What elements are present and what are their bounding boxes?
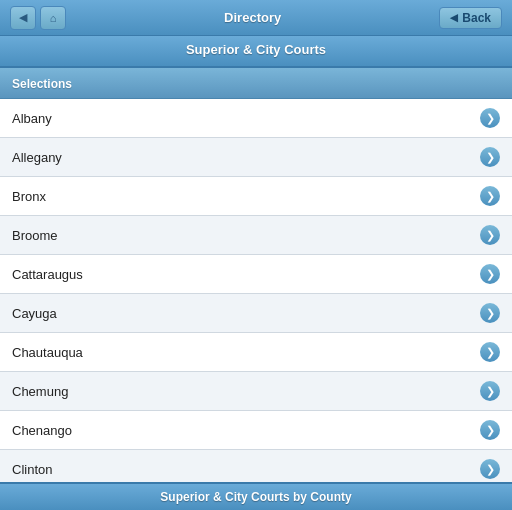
list-item[interactable]: Cayuga❯ (0, 294, 512, 333)
list-item-arrow-icon: ❯ (480, 225, 500, 245)
list-item-label: Chautauqua (12, 345, 83, 360)
back-button-label: Back (462, 11, 491, 25)
list-item-label: Cayuga (12, 306, 57, 321)
list-item-label: Chenango (12, 423, 72, 438)
page-subtitle: Superior & City Courts (186, 42, 326, 57)
list-item-arrow-icon: ❯ (480, 186, 500, 206)
list-item[interactable]: Allegany❯ (0, 138, 512, 177)
back-button[interactable]: ◀ Back (439, 7, 502, 29)
footer-label: Superior & City Courts by County (160, 490, 351, 504)
list-item[interactable]: Cattaraugus❯ (0, 255, 512, 294)
top-bar: ◀ ⌂ Directory ◀ Back (0, 0, 512, 36)
list-item-arrow-icon: ❯ (480, 147, 500, 167)
content-area: Selections Albany❯Allegany❯Bronx❯Broome❯… (0, 68, 512, 484)
list-item-label: Broome (12, 228, 58, 243)
list-item-arrow-icon: ❯ (480, 381, 500, 401)
list-item-label: Albany (12, 111, 52, 126)
list-item-arrow-icon: ❯ (480, 264, 500, 284)
county-list: Albany❯Allegany❯Bronx❯Broome❯Cattaraugus… (0, 99, 512, 484)
list-item-label: Bronx (12, 189, 46, 204)
selections-header: Selections (0, 68, 512, 99)
list-item-arrow-icon: ❯ (480, 108, 500, 128)
home-button[interactable]: ⌂ (40, 6, 66, 30)
list-item-label: Cattaraugus (12, 267, 83, 282)
subtitle-bar: Superior & City Courts (0, 36, 512, 68)
list-item-arrow-icon: ❯ (480, 459, 500, 479)
header-title: Directory (224, 10, 281, 25)
prev-button[interactable]: ◀ (10, 6, 36, 30)
selections-label: Selections (12, 77, 72, 91)
list-item-arrow-icon: ❯ (480, 342, 500, 362)
footer-bar: Superior & City Courts by County (0, 482, 512, 510)
list-item[interactable]: Broome❯ (0, 216, 512, 255)
list-item[interactable]: Bronx❯ (0, 177, 512, 216)
list-item[interactable]: Albany❯ (0, 99, 512, 138)
list-item[interactable]: Chenango❯ (0, 411, 512, 450)
back-arrow-icon: ◀ (450, 12, 458, 23)
list-item[interactable]: Chautauqua❯ (0, 333, 512, 372)
top-bar-left-buttons: ◀ ⌂ (10, 6, 66, 30)
list-item[interactable]: Clinton❯ (0, 450, 512, 484)
list-item-arrow-icon: ❯ (480, 420, 500, 440)
list-item-arrow-icon: ❯ (480, 303, 500, 323)
list-item-label: Allegany (12, 150, 62, 165)
list-item[interactable]: Chemung❯ (0, 372, 512, 411)
list-item-label: Clinton (12, 462, 52, 477)
list-item-label: Chemung (12, 384, 68, 399)
